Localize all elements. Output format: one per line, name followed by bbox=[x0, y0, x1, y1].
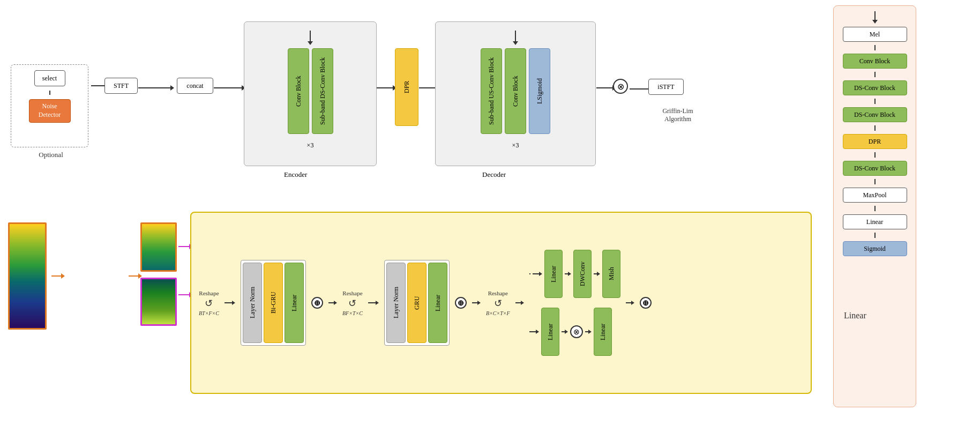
right-ds-conv-2: DS-Conv Block bbox=[843, 107, 907, 122]
noise-detector-block: Noise Detector bbox=[29, 99, 71, 123]
optional-section: select Noise Detector Optional bbox=[11, 64, 91, 158]
dec-subband-us: Sub-band US-Conv Block bbox=[481, 48, 502, 134]
layer-norm-2: Layer Norm bbox=[386, 263, 406, 343]
right-ds-conv-3: DS-Conv Block bbox=[843, 161, 907, 176]
encoder-times: ×3 bbox=[307, 141, 314, 150]
spec2-container bbox=[63, 222, 122, 338]
linear-3a: Linear bbox=[544, 250, 563, 298]
linear-3b: Linear bbox=[541, 308, 559, 356]
dec-conv-block: Conv Block bbox=[505, 48, 526, 134]
linear-1-block: Linear bbox=[285, 263, 304, 343]
right-dpr-block: DPR bbox=[843, 134, 907, 149]
linear-3c: Linear bbox=[594, 308, 612, 356]
layer-norm-1: Layer Norm bbox=[243, 263, 262, 343]
spec1-orange bbox=[8, 222, 47, 330]
spec1-container bbox=[8, 222, 51, 338]
mish-block: Mish bbox=[602, 250, 620, 298]
decoder-label: Decoder bbox=[482, 170, 506, 179]
concat-block: concat bbox=[177, 78, 213, 94]
encoder-label: Encoder bbox=[284, 170, 307, 179]
times-circle-2: ⊗ bbox=[570, 325, 583, 338]
linear-2-block: Linear bbox=[428, 263, 447, 343]
spec3-orange bbox=[140, 222, 177, 272]
dwconv-block: DWConv bbox=[573, 250, 592, 298]
stft-block: STFT bbox=[104, 78, 138, 94]
bi-gru-block: Bi-GRU bbox=[264, 263, 283, 343]
gru-block: GRU bbox=[407, 263, 427, 343]
arrow-to-concat bbox=[91, 85, 104, 86]
dpr-middle-block: DPR bbox=[395, 48, 418, 126]
optional-label: Optional bbox=[11, 151, 91, 159]
right-panel: Mel Conv Block DS-Conv Block DS-Conv Blo… bbox=[833, 5, 916, 407]
arrow-concat-enc bbox=[214, 85, 245, 91]
plus-circle-2: ⊕ bbox=[455, 297, 467, 309]
arrow-enc-dpr bbox=[377, 85, 397, 91]
spec3-pink bbox=[140, 278, 177, 326]
select-block: select bbox=[34, 70, 65, 86]
linear-bottom-label: Linear bbox=[844, 311, 866, 320]
encoder-box: Conv Block Sub-band DS-Conv Block ×3 bbox=[244, 21, 377, 166]
enc-subband-ds: Sub-band DS-Conv Block bbox=[312, 48, 333, 134]
dpr-yellow-box: Reshape ↺ BT×F×C Layer Norm Bi-GRU Linea… bbox=[190, 212, 812, 394]
plus-circle-1: ⊕ bbox=[311, 297, 323, 309]
enc-conv-block: Conv Block bbox=[288, 48, 309, 134]
mel-block: Mel bbox=[843, 27, 907, 42]
griffin-lim-block: Griffin-LimAlgorithm bbox=[646, 107, 710, 123]
plus-circle-final: ⊕ bbox=[640, 297, 652, 309]
istft-block: iSTFT bbox=[648, 79, 684, 95]
arrow-stft-concat bbox=[138, 85, 174, 91]
optional-dashed-box: select Noise Detector bbox=[11, 64, 88, 147]
times-circle: ⊗ bbox=[613, 79, 628, 94]
right-maxpool-block: MaxPool bbox=[843, 188, 907, 203]
dec-lsigmoid: LSigmoid bbox=[529, 48, 550, 134]
decoder-times: ×3 bbox=[512, 141, 519, 150]
main-container: select Noise Detector Optional STFT conc… bbox=[0, 0, 980, 425]
right-sigmoid-block: Sigmoid bbox=[843, 241, 907, 256]
decoder-box: Sub-band US-Conv Block Conv Block LSigmo… bbox=[435, 21, 596, 166]
right-ds-conv-1: DS-Conv Block bbox=[843, 80, 907, 95]
right-conv-block: Conv Block bbox=[843, 54, 907, 69]
right-linear-block: Linear bbox=[843, 214, 907, 229]
